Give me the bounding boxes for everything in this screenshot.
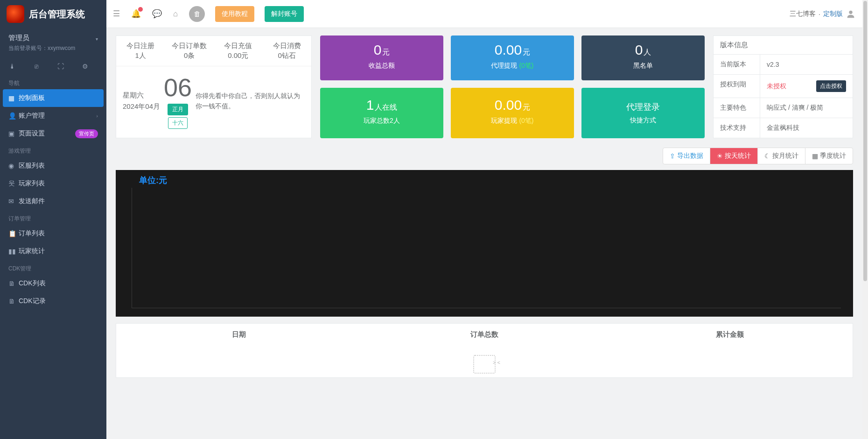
edition-link[interactable]: 定制版 (823, 10, 843, 18)
stat-con-title: 今日消费 (265, 42, 310, 50)
bell-icon[interactable]: 🔔 (131, 9, 141, 19)
sidebar-item-account[interactable]: 👤账户管理› (0, 107, 106, 125)
sidebar-item-dashboard[interactable]: ▦控制面板 (3, 89, 104, 107)
stat-reg-title: 今日注册 (118, 42, 163, 50)
sidebar-item-cdk-list[interactable]: 🗎CDK列表 (0, 275, 106, 292)
sidebar-item-page[interactable]: ▣页面设置宣传页 (0, 125, 106, 142)
sidebar-item-orders[interactable]: 📋订单列表 (0, 225, 106, 242)
col-amount: 累计金额 (607, 324, 853, 346)
dashboard-icon: ▦ (8, 94, 19, 102)
features-value: 响应式 / 清爽 / 极简 (760, 98, 853, 118)
section-cdk: CDK管理 (0, 260, 106, 275)
weekday: 星期六 (123, 90, 160, 101)
sidebar: 后台管理系统 管理员 当前登录账号：xxymwcom ▾ 🌡 ⎚ ⛶ ⚙ 导航 … (0, 0, 106, 387)
card-player-withdraw[interactable]: 0.00元玩家提现 (0笔) (451, 88, 574, 138)
admin-menu[interactable]: 管理员 当前登录账号：xxymwcom ▾ (0, 28, 106, 55)
thermometer-icon[interactable]: 🌡 (8, 63, 16, 70)
server-icon: ◉ (8, 162, 19, 170)
brand-text: 三七博客 (790, 10, 816, 18)
version-value: v2.3 (760, 55, 853, 74)
sidebar-item-cdk-record[interactable]: 🗎CDK记录 (0, 292, 106, 310)
stat-rec-value: 0.00元 (216, 51, 261, 60)
moon-icon: ☾ (764, 152, 770, 160)
scrollbar-thumb[interactable] (863, 1, 867, 281)
stat-con-value: 0钻石 (265, 51, 310, 60)
auth-status: 未授权 (767, 82, 786, 91)
stat-rec-title: 今日充值 (216, 42, 261, 50)
page-icon: ▣ (8, 130, 19, 137)
sidebar-item-mail[interactable]: ✉发送邮件 (0, 192, 106, 210)
chart-icon: ▮▮ (8, 248, 19, 255)
stat-ord-value: 0条 (167, 51, 212, 60)
chart-area: 单位:元 (116, 170, 853, 317)
section-game: 游戏管理 (0, 142, 106, 157)
calendar-icon: ▦ (812, 152, 818, 160)
tutorial-button[interactable]: 使用教程 (215, 6, 254, 22)
cart-icon[interactable]: ⛶ (57, 63, 64, 70)
home-icon[interactable]: ⌂ (173, 9, 178, 19)
chart-title: 单位:元 (125, 175, 844, 186)
header-icons: ☰ 🔔 💬 ⌂ 🗑 (113, 6, 205, 22)
table-header: 日期 订单总数 累计金额 (116, 324, 853, 346)
chart-axes (132, 188, 841, 308)
svg-point-0 (849, 10, 852, 14)
message-icon[interactable]: 💬 (152, 9, 162, 19)
stats-toolbar: ⇪导出数据 ☀按天统计 ☾按月统计 ▦季度统计 (116, 148, 853, 164)
card-online[interactable]: 1人在线玩家总数2人 (320, 88, 443, 138)
sidebar-item-zone[interactable]: ◉区服列表 (0, 157, 106, 175)
sidebar-item-stats[interactable]: ▮▮玩家统计 (0, 242, 106, 260)
sidebar-item-player[interactable]: 웃玩家列表 (0, 175, 106, 192)
by-quarter-button[interactable]: ▦季度统计 (805, 148, 853, 164)
list-icon: 📋 (8, 230, 19, 237)
export-button[interactable]: ⇪导出数据 (663, 148, 710, 164)
table-empty-state (116, 346, 853, 377)
day-number: 06 (164, 73, 192, 102)
notification-dot (138, 7, 143, 12)
summary-cards: 0元收益总额 0.00元代理提现 (0笔) 0人黑名单 1人在线玩家总数2人 0… (320, 35, 705, 138)
menu-icon[interactable]: ☰ (113, 9, 120, 19)
year-month: 2024年04月 (123, 101, 160, 112)
orders-table: 日期 订单总数 累计金额 (116, 323, 853, 378)
trash-icon[interactable]: 🗑 (189, 6, 205, 22)
file-icon: 🗎 (8, 297, 19, 305)
logo[interactable]: 后台管理系统 (0, 0, 106, 28)
chevron-right-icon: › (96, 113, 98, 119)
file-icon: 🗎 (8, 280, 19, 287)
today-panel: 今日注册1人 今日订单数0条 今日充值0.00元 今日消费0钻石 星期六 202… (116, 35, 312, 138)
col-orders: 订单总数 (362, 324, 607, 346)
authorize-button[interactable]: 点击授权 (816, 80, 846, 92)
avatar-icon[interactable] (846, 9, 856, 19)
version-title: 版本信息 (714, 36, 853, 55)
by-day-button[interactable]: ☀按天统计 (710, 148, 758, 164)
login-value: xxymwcom (48, 45, 75, 51)
logo-image (7, 5, 24, 23)
vertical-scrollbar[interactable] (862, 0, 868, 387)
sun-icon: ☀ (717, 152, 723, 160)
card-blacklist[interactable]: 0人黑名单 (581, 35, 705, 80)
stat-reg-value: 1人 (118, 51, 163, 60)
admin-role: 管理员 (8, 34, 98, 42)
app-title: 后台管理系统 (29, 8, 85, 21)
header: ☰ 🔔 💬 ⌂ 🗑 使用教程 解封账号 三七博客 · 定制版 (106, 0, 862, 28)
card-agent-withdraw[interactable]: 0.00元代理提现 (0笔) (451, 35, 574, 80)
mail-icon: ✉ (8, 198, 19, 205)
daily-quote: 你得先看中你自己，否则别人就认为你一钱不值。 (196, 91, 305, 112)
card-agent-login[interactable]: 代理登录快捷方式 (581, 88, 705, 138)
empty-icon (473, 355, 496, 374)
lunar-day-tag: 十六 (168, 117, 188, 129)
version-panel: 版本信息 当前版本v2.3 授权到期未授权点击授权 主要特色响应式 / 清爽 /… (713, 35, 853, 138)
header-right: 三七博客 · 定制版 (790, 9, 856, 19)
pin-icon[interactable]: ⎚ (33, 63, 40, 70)
unban-button[interactable]: 解封账号 (265, 6, 304, 22)
user-icon: 👤 (8, 112, 19, 120)
sidebar-quick-icons: 🌡 ⎚ ⛶ ⚙ (0, 55, 106, 75)
section-order: 订单管理 (0, 210, 106, 225)
gear-icon[interactable]: ⚙ (81, 63, 89, 70)
support-value: 金蓝枫科技 (760, 118, 853, 138)
main-content: 今日注册1人 今日订单数0条 今日充值0.00元 今日消费0钻石 星期六 202… (106, 0, 862, 387)
caret-down-icon: ▾ (96, 36, 98, 42)
players-icon: 웃 (8, 179, 19, 188)
by-month-button[interactable]: ☾按月统计 (758, 148, 805, 164)
card-revenue[interactable]: 0元收益总额 (320, 35, 443, 80)
lunar-month-tag: 正月 (168, 104, 188, 115)
